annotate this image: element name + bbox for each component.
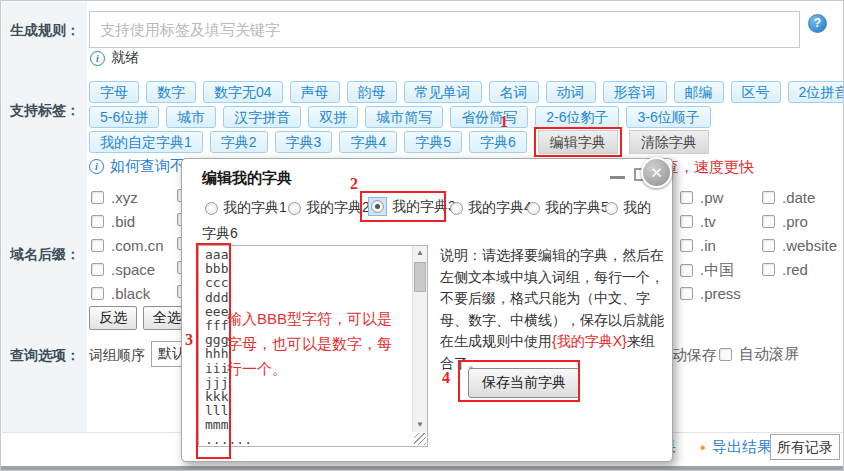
word-order-label: 词组顺序 xyxy=(89,347,145,365)
auto-save-label-fragment: 动保存 xyxy=(672,346,717,365)
checkbox-icon xyxy=(91,263,104,276)
tag-hanzi-pinyin[interactable]: 汉字拼音 xyxy=(223,106,301,128)
radio-icon xyxy=(605,202,618,215)
suffix-pro[interactable]: .pro xyxy=(762,213,808,230)
label-supported-tags: 支持标签： xyxy=(10,102,80,120)
tag-areacode[interactable]: 区号 xyxy=(731,81,781,103)
tag-zipcode[interactable]: 邮编 xyxy=(674,81,724,103)
tag-letters[interactable]: 字母 xyxy=(89,81,139,103)
radio-icon xyxy=(288,202,301,215)
scrollbar[interactable]: ▲ ▼ xyxy=(412,246,427,432)
tag-shuangpin[interactable]: 双拼 xyxy=(308,106,358,128)
tag-2pinyin[interactable]: 2位拼音 xyxy=(788,81,844,103)
checkbox-icon xyxy=(680,287,693,300)
bullet-icon: • xyxy=(700,439,706,457)
edit-dict-button[interactable]: 编辑字典 xyxy=(538,130,618,154)
radio-my-dict-2[interactable]: 我的字典2 xyxy=(288,199,370,217)
scroll-up-icon[interactable]: ▲ xyxy=(413,246,427,260)
tag-row-1: 字母 数字 数字无04 声母 韵母 常见单词 名词 动词 形容词 邮编 区号 2… xyxy=(89,81,844,103)
radio-my-dict-6[interactable]: 我的 xyxy=(605,199,651,217)
tag-dict-4[interactable]: 字典4 xyxy=(339,131,397,153)
suffix-bid[interactable]: .bid xyxy=(91,213,135,230)
radio-my-dict-5[interactable]: 我的字典5 xyxy=(527,199,609,217)
tag-initials[interactable]: 声母 xyxy=(290,81,340,103)
minimize-icon[interactable] xyxy=(610,176,625,179)
checkbox-icon xyxy=(680,215,693,228)
checkbox-icon xyxy=(680,264,693,277)
radio-my-dict-4[interactable]: 我的字典4 xyxy=(450,199,532,217)
resize-grip-icon[interactable] xyxy=(414,433,426,445)
dictionary-textarea[interactable]: aaabbb cccddd eeefff ggghhh iiijjj kkkll… xyxy=(198,245,428,447)
dialog-title: 编辑我的字典 xyxy=(202,169,292,188)
tag-dict-3[interactable]: 字典3 xyxy=(275,131,333,153)
close-icon[interactable]: ✕ xyxy=(641,157,672,188)
suffix-tv[interactable]: .tv xyxy=(680,213,716,230)
suffix-website[interactable]: .website xyxy=(762,237,837,254)
scroll-down-icon[interactable]: ▼ xyxy=(413,418,427,432)
suffix-space[interactable]: .space xyxy=(91,261,155,278)
suffix-date[interactable]: .date xyxy=(762,189,815,206)
records-filter-select[interactable]: 所有记录 xyxy=(770,434,840,460)
label-generate-rule: 生成规则： xyxy=(10,22,80,40)
tag-common-words[interactable]: 常见单词 xyxy=(404,81,482,103)
radio-my-dict-1[interactable]: 我的字典1 xyxy=(205,199,287,217)
radio-icon xyxy=(205,202,218,215)
status-text: 就绪 xyxy=(111,49,139,67)
window-bottom-edge xyxy=(1,466,844,470)
tag-dict-6[interactable]: 字典6 xyxy=(469,131,527,153)
tag-city[interactable]: 城市 xyxy=(166,106,216,128)
step-number-1: 1 xyxy=(500,113,508,131)
radio-focus-box xyxy=(368,197,387,216)
clear-dict-button[interactable]: 清除字典 xyxy=(629,130,709,154)
tag-nouns[interactable]: 名词 xyxy=(489,81,539,103)
rule-input[interactable] xyxy=(89,11,800,48)
label-domain-suffix: 域名后缀： xyxy=(10,246,80,264)
tag-56pinyin[interactable]: 5-6位拼 xyxy=(89,106,159,128)
auto-scroll-checkbox[interactable]: 自动滚屏 xyxy=(719,345,799,364)
radio-icon xyxy=(450,202,463,215)
export-results-link[interactable]: 导出结果 xyxy=(712,438,772,457)
checkbox-icon xyxy=(719,348,732,361)
suffix-in[interactable]: .in xyxy=(680,237,716,254)
tag-row-2: 5-6位拼 城市 汉字拼音 双拼 城市简写 省份简写 2-6位豹子 3-6位顺子 xyxy=(89,106,711,128)
suffix-pw[interactable]: .pw xyxy=(680,189,723,206)
checkbox-icon xyxy=(762,191,775,204)
checkbox-icon xyxy=(91,215,104,228)
suffix-xyz[interactable]: .xyz xyxy=(91,189,138,206)
checkbox-icon xyxy=(91,287,104,300)
tag-sequence[interactable]: 3-6位顺子 xyxy=(626,106,710,128)
radio-icon xyxy=(527,202,540,215)
step-number-2: 2 xyxy=(350,175,358,193)
tag-finals[interactable]: 韵母 xyxy=(347,81,397,103)
tag-digits[interactable]: 数字 xyxy=(146,81,196,103)
hint-red-fragment: 查，速度更快 xyxy=(664,158,754,177)
invert-selection-button[interactable]: 反选 xyxy=(89,306,137,330)
status-row: i 就绪 xyxy=(90,49,139,67)
tag-dict-5[interactable]: 字典5 xyxy=(404,131,462,153)
tag-digits-no04[interactable]: 数字无04 xyxy=(203,81,283,103)
tag-repeating[interactable]: 2-6位豹子 xyxy=(535,106,619,128)
suffix-com-cn[interactable]: .com.cn xyxy=(91,237,164,254)
app-window: 生成规则： 支持标签： 域名后缀： 查询选项： ? i 就绪 字母 数字 数字无… xyxy=(0,0,844,471)
suffix-black[interactable]: .black xyxy=(91,285,150,302)
edit-dictionary-dialog: 编辑我的字典 ✕ 我的字典1 我的字典2 我的字典3 我的字典4 我的字典5 我… xyxy=(181,158,673,462)
save-current-dict-button[interactable]: 保存当前字典 xyxy=(468,368,580,398)
checkbox-icon xyxy=(762,215,775,228)
checkbox-icon xyxy=(91,239,104,252)
tag-row-3: 我的自定字典1 字典2 字典3 字典4 字典5 字典6 编辑字典 清除字典 xyxy=(89,130,709,154)
checkbox-icon xyxy=(680,239,693,252)
radio-my-dict-3-selected[interactable]: 我的字典3 xyxy=(368,197,456,216)
tag-province-abbr[interactable]: 省份简写 xyxy=(450,106,528,128)
help-icon[interactable]: ? xyxy=(808,14,827,33)
tag-my-dict-1[interactable]: 我的自定字典1 xyxy=(89,131,203,153)
suffix-press[interactable]: .press xyxy=(680,285,741,302)
scrollbar-thumb[interactable] xyxy=(414,262,426,292)
step-number-3: 3 xyxy=(185,331,193,349)
suffix-red[interactable]: .red xyxy=(762,261,808,278)
tag-dict-2[interactable]: 字典2 xyxy=(210,131,268,153)
hint-link-fragment[interactable]: i 如何查询不 xyxy=(89,157,185,176)
tag-city-abbr[interactable]: 城市简写 xyxy=(365,106,443,128)
tag-verbs[interactable]: 动词 xyxy=(546,81,596,103)
tag-adjectives[interactable]: 形容词 xyxy=(603,81,667,103)
suffix-zhongguo[interactable]: .中国 xyxy=(680,261,734,280)
